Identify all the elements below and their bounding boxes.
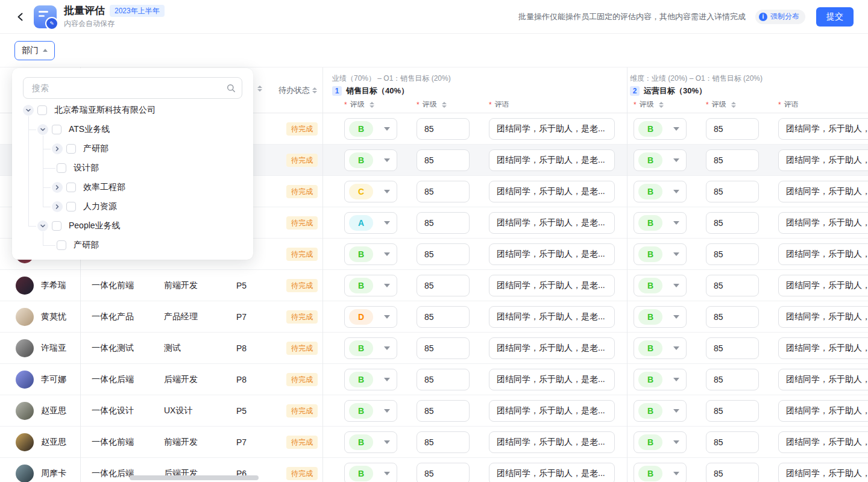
chevron-down-icon[interactable] [37, 221, 48, 231]
checkbox[interactable] [66, 144, 76, 154]
comment-input[interactable] [489, 118, 615, 140]
rating-select[interactable]: B [634, 431, 687, 453]
score-input[interactable] [706, 118, 759, 140]
score-input[interactable] [417, 306, 470, 328]
tree-node-label[interactable]: ATS业务线 [69, 124, 110, 135]
force-distribution-badge[interactable]: i 强制分布 [755, 10, 805, 24]
search-input[interactable] [31, 83, 227, 93]
comment-input[interactable] [489, 306, 615, 328]
checkbox[interactable] [66, 183, 76, 192]
rating-select[interactable]: B [344, 149, 397, 171]
score-input[interactable] [706, 400, 759, 422]
comment-input[interactable] [778, 243, 868, 265]
comment-input[interactable] [778, 212, 868, 234]
comment-input[interactable] [778, 306, 868, 328]
score-input[interactable] [706, 149, 759, 171]
horizontal-scrollbar-thumb[interactable] [130, 475, 259, 480]
tree-node-label[interactable]: 产研部 [83, 143, 108, 154]
rating-select[interactable]: B [344, 337, 397, 359]
checkbox[interactable] [52, 221, 61, 231]
checkbox[interactable] [52, 125, 61, 134]
sort-icon[interactable] [731, 102, 736, 108]
tree-node-label[interactable]: 产研部 [74, 240, 99, 251]
score-input[interactable] [706, 337, 759, 359]
comment-input[interactable] [489, 337, 615, 359]
checkbox[interactable] [37, 105, 47, 115]
sort-icon[interactable] [312, 87, 317, 93]
score-input[interactable] [417, 369, 470, 390]
comment-input[interactable] [778, 181, 868, 202]
chevron-down-icon[interactable] [23, 105, 34, 116]
tree-node[interactable]: 北京希瑞亚斯科技有限公司 [12, 101, 253, 120]
rating-select[interactable]: B [344, 118, 397, 140]
rating-select[interactable]: A [344, 212, 397, 234]
tree-node-label[interactable]: People业务线 [69, 221, 121, 231]
rating-select[interactable]: B [344, 243, 397, 265]
comment-input[interactable] [489, 243, 615, 265]
sort-icon[interactable] [659, 102, 664, 108]
comment-input[interactable] [778, 275, 868, 296]
back-button[interactable] [12, 8, 29, 25]
rating-select[interactable]: B [344, 463, 397, 482]
chevron-right-icon[interactable] [52, 143, 63, 154]
chevron-right-icon[interactable] [52, 182, 63, 193]
rating-select[interactable]: B [634, 181, 687, 202]
comment-input[interactable] [778, 337, 868, 359]
comment-input[interactable] [489, 181, 615, 202]
rating-select[interactable]: B [634, 369, 687, 390]
rating-select[interactable]: B [634, 275, 687, 296]
sort-icon[interactable] [442, 102, 447, 108]
score-input[interactable] [417, 243, 470, 265]
checkbox[interactable] [57, 163, 66, 173]
rating-select[interactable]: B [344, 400, 397, 422]
score-input[interactable] [417, 149, 470, 171]
comment-input[interactable] [778, 431, 868, 453]
score-input[interactable] [417, 431, 470, 453]
comment-input[interactable] [489, 369, 615, 390]
score-input[interactable] [417, 118, 470, 140]
score-input[interactable] [706, 306, 759, 328]
comment-input[interactable] [778, 149, 868, 171]
tree-node-label[interactable]: 设计部 [74, 163, 99, 174]
rating-select[interactable]: B [634, 149, 687, 171]
rating-select[interactable]: B [634, 118, 687, 140]
score-input[interactable] [706, 212, 759, 234]
rating-select[interactable]: B [344, 275, 397, 296]
score-input[interactable] [706, 243, 759, 265]
tree-node[interactable]: People业务线 [12, 216, 253, 236]
score-input[interactable] [417, 212, 470, 234]
rating-select[interactable]: B [634, 306, 687, 328]
comment-input[interactable] [489, 275, 615, 296]
tree-node[interactable]: ATS业务线 [12, 120, 253, 139]
rating-select[interactable]: B [634, 337, 687, 359]
tree-node-label[interactable]: 效率工程部 [83, 182, 125, 193]
tree-node-label[interactable]: 北京希瑞亚斯科技有限公司 [54, 105, 156, 116]
comment-input[interactable] [489, 149, 615, 171]
score-input[interactable] [706, 431, 759, 453]
score-input[interactable] [417, 275, 470, 296]
score-input[interactable] [706, 275, 759, 296]
comment-input[interactable] [778, 463, 868, 482]
score-input[interactable] [706, 463, 759, 482]
rating-select[interactable]: B [634, 212, 687, 234]
comment-input[interactable] [778, 118, 868, 140]
score-input[interactable] [417, 400, 470, 422]
score-input[interactable] [706, 369, 759, 390]
sort-icon[interactable] [370, 102, 374, 108]
score-input[interactable] [417, 463, 470, 482]
comment-input[interactable] [489, 431, 615, 453]
comment-input[interactable] [489, 212, 615, 234]
comment-input[interactable] [778, 400, 868, 422]
chevron-right-icon[interactable] [52, 201, 63, 212]
score-input[interactable] [706, 181, 759, 202]
tree-node-label[interactable]: 人力资源 [83, 201, 117, 212]
rating-select[interactable]: B [634, 243, 687, 265]
rating-select[interactable]: D [344, 306, 397, 328]
rating-select[interactable]: B [634, 400, 687, 422]
comment-input[interactable] [489, 400, 615, 422]
sort-icon[interactable] [257, 86, 262, 92]
chevron-down-icon[interactable] [37, 124, 48, 135]
score-input[interactable] [417, 337, 470, 359]
rating-select[interactable]: B [634, 463, 687, 482]
comment-input[interactable] [778, 369, 868, 390]
